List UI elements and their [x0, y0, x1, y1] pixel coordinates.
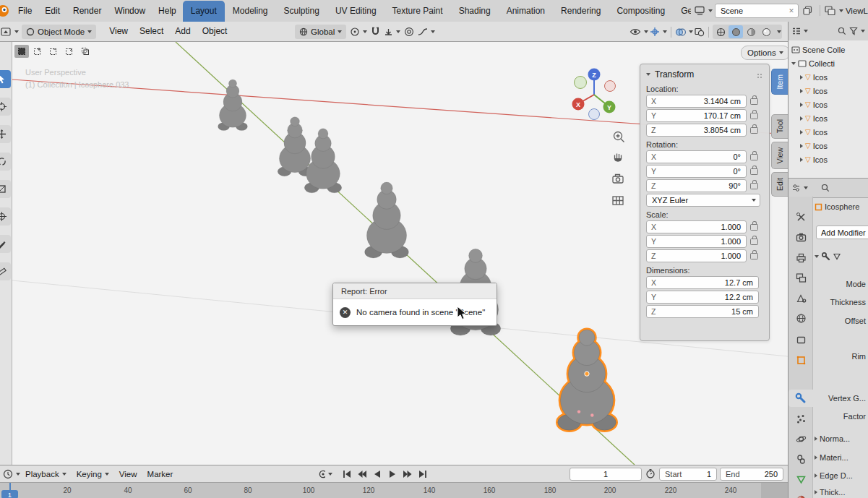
- modifier-field-mode[interactable]: Mode: [846, 280, 866, 288]
- shading-dropdown[interactable]: [777, 30, 781, 33]
- tool-transform[interactable]: [0, 207, 11, 226]
- tool-scale[interactable]: [0, 180, 11, 198]
- sidebar-tab-tool[interactable]: Tool: [771, 114, 788, 139]
- sidebar-tab-view[interactable]: View: [771, 142, 788, 169]
- modifier-section-normals[interactable]: Norma...: [815, 434, 850, 443]
- properties-search-icon[interactable]: [821, 184, 830, 192]
- outliner-row-icosphere[interactable]: ▽Icos: [791, 84, 868, 98]
- expand-icon[interactable]: [800, 75, 803, 80]
- rotation-x-field[interactable]: X0°: [646, 150, 747, 163]
- frame-start-field[interactable]: Start 1: [659, 468, 717, 481]
- snap-settings-dropdown[interactable]: [384, 27, 400, 37]
- lock-location-z-icon[interactable]: [750, 127, 758, 134]
- expand-icon[interactable]: [800, 116, 803, 121]
- lock-scale-x-icon[interactable]: [750, 224, 758, 231]
- scene-browse-icon[interactable]: [695, 6, 713, 15]
- zoom-icon[interactable]: [614, 132, 624, 142]
- workspace-tab-modeling[interactable]: Modeling: [225, 1, 276, 22]
- lock-location-x-icon[interactable]: [750, 98, 758, 105]
- shading-wireframe-button[interactable]: [713, 25, 728, 38]
- sidebar-tab-edit[interactable]: Edit: [771, 172, 788, 197]
- tool-select-box[interactable]: [0, 70, 11, 88]
- tool-cursor[interactable]: [0, 98, 11, 116]
- expand-icon[interactable]: [800, 158, 803, 162]
- scale-z-field[interactable]: Z1.000: [646, 249, 747, 262]
- modifier-section-materials[interactable]: Materi...: [815, 453, 848, 462]
- next-keyframe-button[interactable]: [400, 468, 415, 481]
- render-properties-icon[interactable]: [788, 228, 813, 246]
- modifier-properties-icon[interactable]: [788, 390, 813, 407]
- use-preview-range-button[interactable]: [645, 468, 656, 479]
- transform-panel-header[interactable]: Transform: [646, 68, 763, 81]
- modifier-field-thickness[interactable]: Thickness: [830, 298, 866, 306]
- shading-rendered-button[interactable]: [759, 25, 773, 38]
- view-layer-icon[interactable]: [825, 6, 843, 16]
- modifier-field-factor[interactable]: Factor: [843, 412, 866, 421]
- timeline-menu-playback[interactable]: Playback: [20, 470, 72, 478]
- lock-rotation-y-icon[interactable]: [750, 168, 758, 175]
- show-gizmo-dropdown[interactable]: [650, 27, 667, 37]
- object-data-properties-icon[interactable]: [788, 471, 813, 488]
- output-properties-icon[interactable]: [788, 249, 813, 266]
- outliner-row-icosphere[interactable]: ▽Icos: [791, 98, 868, 111]
- navigation-gizmo[interactable]: Z X Y: [572, 69, 616, 120]
- modifier-section-thickness-clamp[interactable]: Thick...: [815, 488, 845, 497]
- modifier-field-offset[interactable]: Offset: [845, 317, 866, 325]
- timeline-menu-marker[interactable]: Marker: [142, 470, 179, 478]
- timeline-menu-view[interactable]: View: [114, 470, 142, 478]
- orientation-dropdown[interactable]: Global: [295, 25, 346, 39]
- properties-breadcrumb[interactable]: Icosphere: [815, 202, 859, 211]
- rotation-y-field[interactable]: Y0°: [646, 165, 747, 178]
- dimensions-y-field[interactable]: Y12.2 cm: [646, 291, 759, 304]
- new-scene-button[interactable]: [801, 4, 815, 18]
- rotation-mode-dropdown[interactable]: XYZ Euler: [646, 194, 760, 207]
- particle-properties-icon[interactable]: [788, 410, 813, 427]
- view-layer-name[interactable]: ViewL: [846, 7, 868, 15]
- menu-object[interactable]: Object: [197, 22, 233, 41]
- menu-select[interactable]: Select: [134, 22, 169, 41]
- scale-x-field[interactable]: X1.000: [646, 220, 747, 233]
- outliner-row-collection[interactable]: Collecti: [791, 56, 868, 70]
- proportional-edit-toggle[interactable]: [404, 27, 414, 37]
- menu-add[interactable]: Add: [169, 22, 196, 41]
- menu-render[interactable]: Render: [66, 1, 108, 22]
- workspace-tab-shading[interactable]: Shading: [451, 1, 499, 22]
- scene-name-field[interactable]: Scene ✕: [715, 4, 799, 18]
- outliner-row-icosphere[interactable]: ▽Icos: [791, 125, 868, 139]
- add-modifier-button[interactable]: Add Modifier: [816, 226, 868, 239]
- lock-scale-y-icon[interactable]: [750, 239, 758, 245]
- editor-type-button[interactable]: [1, 27, 19, 37]
- outliner-row-icosphere[interactable]: ▽Icos: [791, 153, 868, 166]
- options-button[interactable]: Options: [741, 46, 788, 60]
- proportional-falloff-dropdown[interactable]: [418, 27, 435, 36]
- gizmo-axis-neg-x[interactable]: [605, 81, 616, 92]
- icosphere-object[interactable]: [278, 117, 312, 176]
- menu-edit[interactable]: Edit: [38, 1, 66, 22]
- icosphere-object[interactable]: [365, 182, 409, 258]
- workspace-tab-uv-editing[interactable]: UV Editing: [327, 1, 384, 22]
- modifier-field-rim[interactable]: Rim: [851, 352, 866, 361]
- expand-icon[interactable]: [800, 144, 803, 148]
- outliner-search-icon[interactable]: [838, 27, 846, 35]
- toggle-perspective-icon[interactable]: [613, 197, 623, 205]
- lock-scale-z-icon[interactable]: [750, 253, 758, 259]
- move-view-hand-icon[interactable]: [615, 154, 622, 162]
- tool-properties-icon[interactable]: [788, 208, 813, 226]
- blender-logo-icon[interactable]: [0, 4, 11, 18]
- shading-solid-button[interactable]: [729, 25, 743, 38]
- tool-annotate[interactable]: [0, 235, 11, 253]
- select-intersect-button[interactable]: [78, 45, 93, 58]
- scale-y-field[interactable]: Y1.000: [646, 235, 747, 248]
- play-reverse-button[interactable]: [370, 468, 384, 481]
- material-properties-icon[interactable]: [788, 491, 813, 498]
- jump-to-end-button[interactable]: [416, 468, 430, 481]
- scene-properties-icon[interactable]: [788, 289, 813, 306]
- scene-unlink-icon[interactable]: ✕: [788, 7, 794, 14]
- menu-view[interactable]: View: [103, 22, 134, 41]
- select-invert-button[interactable]: [62, 45, 77, 58]
- properties-editor-button[interactable]: [791, 184, 808, 192]
- menu-window[interactable]: Window: [108, 1, 152, 22]
- expand-icon[interactable]: [815, 255, 819, 258]
- play-button[interactable]: [385, 468, 400, 481]
- previous-keyframe-button[interactable]: [355, 468, 369, 481]
